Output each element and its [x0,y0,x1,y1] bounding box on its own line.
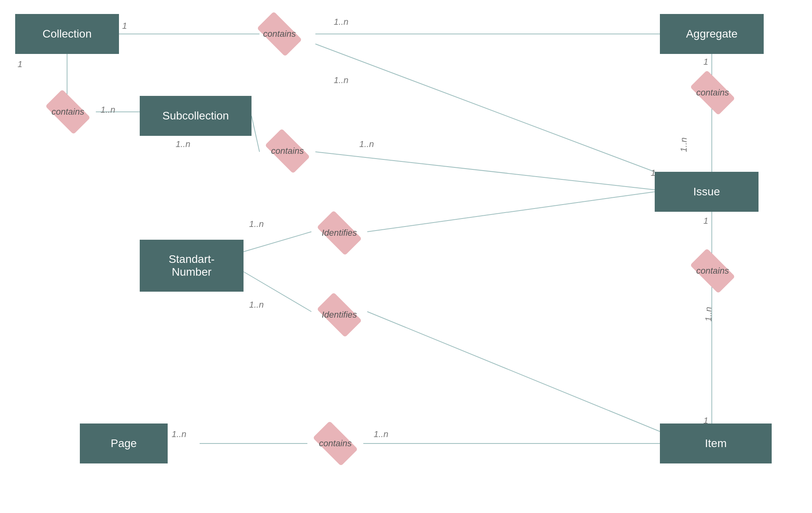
card-contains-left-1n: 1..n [101,105,115,115]
card-contains-agg-1n: 1..n [679,137,689,152]
diamond-contains-left: contains [36,96,100,128]
card-aggregate-1: 1 [703,57,708,67]
card-contains-top-diag-1n: 1..n [334,75,349,86]
entity-subcollection: Subcollection [140,96,252,136]
card-issue-contains-1n: 1..n [703,307,714,322]
svg-line-12 [367,192,655,232]
svg-line-6 [315,152,655,190]
svg-line-14 [367,312,660,431]
entity-issue: Issue [655,172,759,212]
card-subcoll-1n: 1..n [176,139,190,149]
card-collection-1: 1 [122,21,127,31]
card-contains-mid-1n: 1..n [359,139,374,149]
card-collection-down-1: 1 [18,59,22,70]
card-contains-page-1n: 1..n [374,429,388,439]
diamond-contains-aggregate: contains [681,77,745,109]
diamond-identifies-bot: Identifies [307,299,371,331]
entity-item: Item [660,424,772,463]
diamond-identifies-top: Identifies [307,217,371,249]
card-issue-contains-1: 1 [703,216,708,226]
card-item-top-1: 1 [703,416,708,426]
card-identifies-bot-1n: 1..n [249,300,264,310]
card-issue-1-left: 1 [651,168,656,178]
svg-line-5 [315,44,655,172]
diamond-contains-page: contains [303,428,367,459]
card-page-1n: 1..n [172,429,186,439]
card-identifies-top-1n: 1..n [249,219,264,229]
entity-page: Page [80,424,168,463]
entity-collection: Collection [15,14,119,54]
diamond-contains-mid: contains [255,135,319,167]
diamond-contains-issue: contains [681,255,745,287]
diamond-contains-top: contains [248,16,311,52]
svg-line-11 [244,232,311,252]
entity-aggregate: Aggregate [660,14,764,54]
entity-standart-number: Standart- Number [140,240,244,292]
card-contains-top-1n: 1..n [334,17,349,27]
er-diagram: Collection Aggregate Subcollection Issue… [0,0,812,513]
